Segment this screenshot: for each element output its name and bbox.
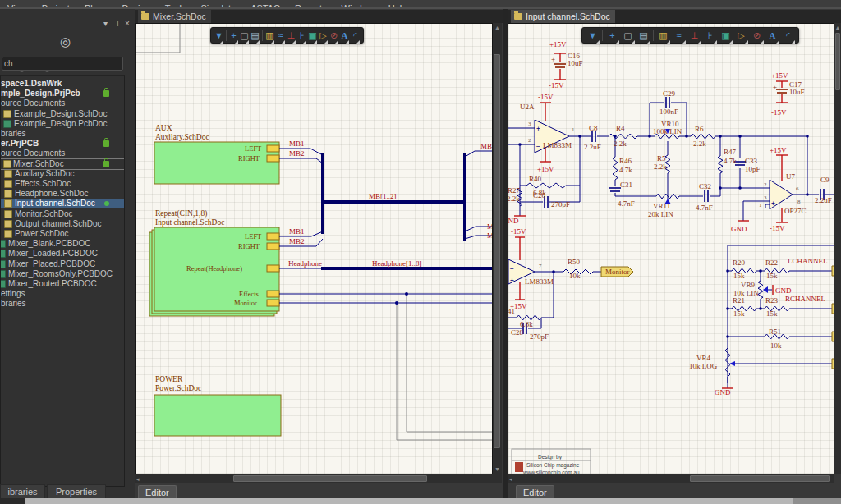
tab-input-channel-schdoc[interactable]: Input channel.SchDoc [511,10,615,23]
crosshair-icon[interactable]: + [604,28,620,43]
tree-item-label: ource Documents [1,149,65,158]
no-erc-icon[interactable]: ⊘ [749,28,765,43]
svg-text:−: − [536,143,540,150]
input-editor-tab[interactable]: Editor [516,485,554,498]
tree-item-braries[interactable]: braries [1,129,124,139]
part-icon[interactable]: ▥ [655,28,671,43]
align-icon[interactable]: ▤ [636,28,651,43]
tree-item-label: Auxilary.SchDoc [15,169,75,179]
tree-item-example-design-schdoc[interactable]: Example_Design.SchDoc [1,109,124,119]
probe-icon[interactable]: ⊦ [296,28,307,43]
svg-text:GND: GND [731,225,747,233]
tree-item-label: braries [1,129,26,139]
filter-icon[interactable]: ▼ [214,28,224,43]
menu-item-view[interactable]: View [0,0,34,7]
tree-item-label: Mixer_Placed.PCBDOC [8,259,95,269]
bottom-strip [0,498,841,504]
align-icon[interactable]: ▤ [250,28,260,43]
svg-text:2.2k: 2.2k [508,195,520,203]
menu-item-project[interactable]: Project [34,0,77,7]
menu-item-tools[interactable]: Tools [158,0,194,7]
no-erc-icon[interactable]: ⊘ [329,28,339,43]
text-icon[interactable]: A [339,28,350,43]
tree-item-output-channel-schdoc[interactable]: Output channel.SchDoc [1,219,124,229]
tree-item-ource-documents[interactable]: ource Documents [1,149,124,158]
sheet-symbol-icon[interactable]: ▣ [718,28,733,43]
selection-icon[interactable]: ▢ [620,28,636,43]
svg-text:VR11: VR11 [653,202,670,210]
arc-icon[interactable]: ◜ [350,28,361,43]
mixer-editor-tab[interactable]: Editor [138,485,177,498]
tree-item-input-channel-schdoc[interactable]: Input channel.SchDoc [1,199,124,208]
menu-item-reports[interactable]: Reports [287,0,334,7]
tree-item-label: Mixer.SchDoc [13,159,64,169]
tree-item-mple-design-prjpcb[interactable]: mple_Design.PrjPcb [1,89,124,99]
crosshair-icon[interactable]: + [228,28,239,43]
svg-text:6.8k: 6.8k [520,320,533,328]
selection-icon[interactable]: ▢ [239,28,250,43]
svg-text:1: 1 [759,202,762,208]
mixer-vscrollbar[interactable]: ▲ ▼ [493,23,502,474]
panel-pin-icon[interactable]: ⊤ [114,19,122,28]
panel-dropdown-icon[interactable]: ▾ [103,19,108,28]
svg-text:U7: U7 [786,172,795,181]
arc-icon[interactable]: ◜ [780,28,796,43]
pcbdoc-icon [0,260,6,268]
tree-item-auxilary-schdoc[interactable]: Auxilary.SchDoc [1,169,124,179]
tree-item-mixer-roomsonly-pcbdoc[interactable]: Mixer_RoomsOnly.PCBDOC [1,269,124,279]
tab-mixer-schdoc[interactable]: Mixer.SchDoc [138,10,211,23]
part-icon[interactable]: ▥ [264,28,275,43]
tree-item-space1-dsnwrk[interactable]: space1.DsnWrk [1,79,124,89]
schdoc-icon [3,160,11,168]
search-input[interactable]: ch [2,57,123,71]
tree-item-mixer-blank-pcbdoc[interactable]: Mixer_Blank.PCBDOC [1,239,124,249]
svg-text:6: 6 [796,186,799,192]
svg-text:-15V: -15V [511,227,526,236]
tree-item-braries[interactable]: braries [1,299,124,309]
menu-item-astac[interactable]: ASTAC [243,0,287,7]
svg-text:8: 8 [797,199,801,205]
menu-item-place[interactable]: Place [77,0,115,7]
menu-item-design[interactable]: Design [114,0,157,7]
mixer-hscrollbar[interactable]: ◂ [135,474,502,483]
svg-text:100nF: 100nF [659,108,678,116]
tree-item-label: Mixer_Routed.PCBDOC [8,279,97,289]
tree-item-ettings[interactable]: ettings [1,289,124,299]
svg-text:MB1: MB1 [289,140,305,148]
power-port-icon[interactable]: ⊥ [286,28,296,43]
projects-panel: ▾⊤× ◎ ch space1.DsnWrkmple_Design.PrjPcb… [0,9,135,498]
menu-item-help[interactable]: Help [381,0,415,7]
panel-settings-icon[interactable]: ◎ [60,34,71,49]
tree-item-mixer-placed-pcbdoc[interactable]: Mixer_Placed.PCBDOC [1,259,124,269]
panel-close-icon[interactable]: × [125,19,130,28]
harness-icon[interactable]: ▷ [318,28,329,43]
wire-icon[interactable]: ≈ [275,28,286,43]
svg-text:10k: 10k [569,272,581,280]
input-hscrollbar[interactable]: ◂ [508,474,834,483]
panel-tab-ibraries[interactable]: ibraries [0,484,45,498]
tree-item-mixer-schdoc[interactable]: Mixer.SchDoc [1,159,124,169]
text-icon[interactable]: A [765,28,780,43]
input-canvas[interactable]: +−+−+−+15VC1610uF+-15V-15VU2A321LM833M+1… [508,23,834,474]
mixer-canvas[interactable]: AUXAuxilary.SchDocLEFTRIGHTMB1MB2MB[1..2… [135,23,493,474]
menu-item-window[interactable]: Window [334,0,381,7]
filter-icon[interactable]: ▼ [585,28,600,43]
tree-item-monitor-schdoc[interactable]: Monitor.SchDoc [1,209,124,219]
harness-icon[interactable]: ▷ [733,28,749,43]
tree-item-er-prjpcb[interactable]: er.PrjPCB [1,139,124,149]
svg-text:R50: R50 [568,258,581,266]
tree-item-example-design-pcbdoc[interactable]: Example_Design.PcbDoc [1,119,124,129]
tree-item-mixer-loaded-pcbdoc[interactable]: Mixer_Loaded.PCBDOC [1,249,124,259]
sheet-symbol-icon[interactable]: ▣ [307,28,318,43]
tree-item-ource-documents[interactable]: ource Documents [1,99,124,108]
tree-item-effects-schdoc[interactable]: Effects.SchDoc [1,179,124,189]
power-port-icon[interactable]: ⊥ [687,28,702,43]
menu-item-simulate[interactable]: Simulate [193,0,243,7]
wire-icon[interactable]: ≈ [671,28,687,43]
tree-item-power-schdoc[interactable]: Power.SchDoc [1,229,124,239]
tree-item-mixer-routed-pcbdoc[interactable]: Mixer_Routed.PCBDOC [1,279,124,289]
probe-icon[interactable]: ⊦ [702,28,718,43]
input-vscrollbar[interactable]: ▲ [834,23,841,474]
panel-tab-properties[interactable]: Properties [47,484,106,498]
tree-item-headphone-schdoc[interactable]: Headphone.SchDoc [1,189,124,199]
